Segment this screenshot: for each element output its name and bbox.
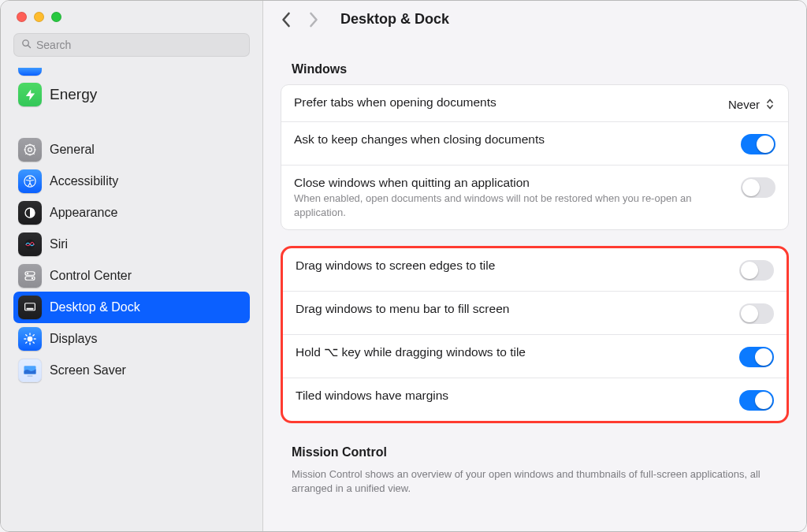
sidebar-item-label: Displays: [50, 332, 97, 346]
svg-rect-21: [27, 308, 34, 310]
window-controls: [1, 12, 262, 33]
settings-scroll[interactable]: Windows Prefer tabs when opening documen…: [263, 39, 806, 531]
svg-line-29: [33, 335, 34, 336]
row-label: Drag windows to screen edges to tile: [296, 259, 730, 273]
svg-point-17: [27, 273, 28, 274]
svg-point-19: [32, 277, 33, 279]
sidebar-item-accessibility[interactable]: Accessibility: [13, 166, 250, 197]
sidebar-item-label: Screen Saver: [50, 363, 126, 378]
bolt-icon: [18, 83, 42, 106]
row-hold-option-tile: Hold ⌥ key while dragging windows to til…: [283, 334, 787, 378]
content-header: Desktop & Dock: [263, 1, 806, 39]
sidebar-item-desktop-dock[interactable]: Desktop & Dock: [13, 292, 250, 323]
sidebar-item-general[interactable]: General: [13, 134, 250, 166]
row-ask-keep-changes: Ask to keep changes when closing documen…: [281, 121, 788, 165]
fullscreen-window-button[interactable]: [51, 12, 61, 22]
row-drag-menubar-fill: Drag windows to menu bar to fill screen: [283, 291, 787, 334]
row-drag-edges-tile: Drag windows to screen edges to tile: [283, 248, 787, 291]
updown-icon: [764, 97, 775, 111]
content-area: Desktop & Dock Windows Prefer tabs when …: [263, 1, 806, 531]
hold-option-switch[interactable]: [739, 347, 774, 367]
ask-keep-switch[interactable]: [741, 134, 775, 154]
gear-icon: [18, 138, 42, 162]
screen-saver-icon: [18, 359, 42, 382]
section-title-windows: Windows: [292, 62, 789, 76]
svg-line-30: [26, 342, 27, 343]
sidebar-item-displays[interactable]: Displays: [13, 323, 250, 355]
nav-back-button[interactable]: [277, 12, 293, 28]
sidebar-item-energy[interactable]: Energy: [13, 79, 250, 110]
svg-line-27: [26, 335, 27, 336]
search-icon: [20, 38, 32, 53]
sidebar-item-appearance[interactable]: Appearance: [13, 197, 250, 229]
row-tiled-margins: Tiled windows have margins: [283, 378, 787, 421]
svg-point-13: [29, 177, 32, 180]
close-windows-switch[interactable]: [741, 177, 775, 198]
search-field[interactable]: [13, 33, 250, 57]
search-input[interactable]: [36, 39, 243, 51]
windows-card: Prefer tabs when opening documents Never…: [281, 84, 789, 230]
sidebar-item-label: Siri: [50, 237, 68, 251]
svg-line-28: [33, 342, 34, 343]
close-window-button[interactable]: [17, 12, 27, 22]
row-label: Tiled windows have margins: [296, 389, 730, 403]
row-label: Ask to keep changes when closing documen…: [294, 132, 731, 147]
sidebar-item-label: Control Center: [50, 269, 132, 283]
appearance-icon: [18, 201, 42, 225]
sidebar-item-screen-saver[interactable]: Screen Saver: [13, 355, 250, 386]
sidebar-item-label: Desktop & Dock: [50, 300, 140, 314]
nav-forward-button[interactable]: [306, 12, 322, 28]
sidebar-item-control-center[interactable]: Control Center: [13, 260, 250, 292]
accessibility-icon: [18, 169, 42, 193]
svg-point-22: [28, 337, 33, 342]
sidebar-item-label: General: [50, 143, 95, 157]
prefer-tabs-select[interactable]: Never: [728, 97, 775, 111]
tiled-margins-switch[interactable]: [739, 390, 774, 411]
minimize-window-button[interactable]: [34, 12, 44, 22]
section-title-mission-control: Mission Control: [292, 445, 789, 459]
desktop-dock-icon: [18, 296, 42, 319]
control-center-icon: [18, 264, 42, 288]
siri-icon: [18, 233, 42, 256]
svg-point-3: [28, 148, 32, 152]
row-description: When enabled, open documents and windows…: [294, 192, 731, 219]
svg-rect-16: [25, 272, 35, 276]
svg-line-1: [28, 45, 31, 47]
drag-menubar-switch[interactable]: [739, 303, 774, 324]
row-close-windows: Close windows when quitting an applicati…: [281, 165, 788, 229]
sidebar-item-label: Appearance: [50, 206, 117, 220]
row-label: Drag windows to menu bar to fill screen: [296, 302, 730, 316]
row-label: Close windows when quitting an applicati…: [294, 176, 731, 190]
svg-rect-18: [25, 277, 35, 281]
sidebar-item-label: Accessibility: [50, 174, 118, 188]
displays-icon: [18, 327, 42, 351]
select-value: Never: [728, 98, 760, 111]
sidebar-item-label: Energy: [50, 86, 97, 103]
page-title: Desktop & Dock: [340, 11, 449, 28]
section-desc-mission-control: Mission Control shows an overview of you…: [292, 467, 778, 495]
drag-edges-switch[interactable]: [739, 260, 774, 281]
row-prefer-tabs: Prefer tabs when opening documents Never: [281, 85, 788, 121]
sidebar-list: Energy General Accessibility Appearance: [1, 63, 262, 531]
sidebar-item-partial[interactable]: [18, 68, 42, 76]
sidebar: Energy General Accessibility Appearance: [1, 1, 263, 531]
row-label: Hold ⌥ key while dragging windows to til…: [296, 345, 730, 359]
tiling-card: Drag windows to screen edges to tile Dra…: [281, 246, 789, 423]
row-label: Prefer tabs when opening documents: [294, 95, 719, 110]
sidebar-item-siri[interactable]: Siri: [13, 229, 250, 260]
